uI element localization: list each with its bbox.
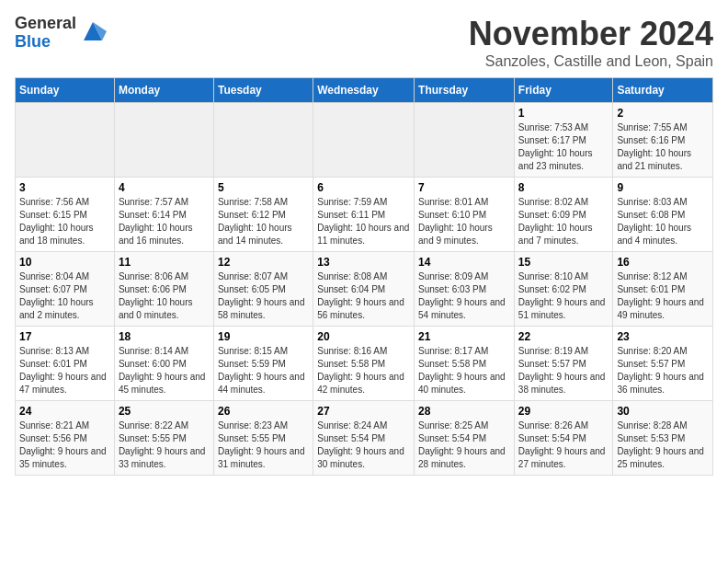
day-info: Sunrise: 8:01 AM Sunset: 6:10 PM Dayligh…: [418, 196, 510, 247]
day-number: 11: [119, 256, 210, 269]
day-info: Sunrise: 8:24 AM Sunset: 5:54 PM Dayligh…: [317, 419, 410, 471]
week-row-3: 10Sunrise: 8:04 AM Sunset: 6:07 PM Dayli…: [16, 252, 713, 327]
calendar-cell: 17Sunrise: 8:13 AM Sunset: 6:01 PM Dayli…: [16, 327, 115, 401]
location-title: Sanzoles, Castille and Leon, Spain: [469, 53, 713, 70]
day-info: Sunrise: 8:21 AM Sunset: 5:56 PM Dayligh…: [19, 419, 110, 471]
day-info: Sunrise: 7:56 AM Sunset: 6:15 PM Dayligh…: [19, 196, 110, 247]
day-number: 30: [617, 405, 709, 418]
calendar-cell: 10Sunrise: 8:04 AM Sunset: 6:07 PM Dayli…: [16, 252, 115, 327]
day-number: 3: [19, 181, 110, 194]
day-number: 5: [218, 181, 309, 194]
day-info: Sunrise: 8:19 AM Sunset: 5:57 PM Dayligh…: [518, 345, 609, 396]
day-number: 8: [518, 181, 609, 194]
day-info: Sunrise: 8:03 AM Sunset: 6:08 PM Dayligh…: [617, 196, 709, 247]
week-row-4: 17Sunrise: 8:13 AM Sunset: 6:01 PM Dayli…: [16, 327, 713, 401]
day-info: Sunrise: 8:28 AM Sunset: 5:53 PM Dayligh…: [617, 419, 709, 471]
calendar-cell: 24Sunrise: 8:21 AM Sunset: 5:56 PM Dayli…: [16, 401, 115, 476]
week-row-5: 24Sunrise: 8:21 AM Sunset: 5:56 PM Dayli…: [16, 401, 713, 476]
day-number: 23: [617, 330, 709, 343]
calendar-cell: 3Sunrise: 7:56 AM Sunset: 6:15 PM Daylig…: [16, 178, 115, 252]
day-info: Sunrise: 8:12 AM Sunset: 6:01 PM Dayligh…: [617, 270, 709, 322]
day-header-tuesday: Tuesday: [213, 78, 313, 103]
day-info: Sunrise: 8:23 AM Sunset: 5:55 PM Dayligh…: [218, 419, 309, 471]
calendar-body: 1Sunrise: 7:53 AM Sunset: 6:17 PM Daylig…: [16, 103, 713, 476]
day-number: 6: [317, 181, 410, 194]
day-info: Sunrise: 8:17 AM Sunset: 5:58 PM Dayligh…: [418, 345, 510, 396]
week-row-2: 3Sunrise: 7:56 AM Sunset: 6:15 PM Daylig…: [16, 178, 713, 252]
calendar-cell: 8Sunrise: 8:02 AM Sunset: 6:09 PM Daylig…: [514, 178, 613, 252]
calendar-cell: 16Sunrise: 8:12 AM Sunset: 6:01 PM Dayli…: [613, 252, 713, 327]
calendar-cell: 25Sunrise: 8:22 AM Sunset: 5:55 PM Dayli…: [114, 401, 213, 476]
calendar-cell: 23Sunrise: 8:20 AM Sunset: 5:57 PM Dayli…: [613, 327, 713, 401]
day-info: Sunrise: 8:07 AM Sunset: 6:05 PM Dayligh…: [218, 270, 309, 322]
day-info: Sunrise: 8:14 AM Sunset: 6:00 PM Dayligh…: [119, 345, 210, 396]
days-header-row: SundayMondayTuesdayWednesdayThursdayFrid…: [16, 78, 713, 103]
calendar-cell: [16, 103, 115, 178]
day-number: 14: [418, 256, 510, 269]
day-info: Sunrise: 7:59 AM Sunset: 6:11 PM Dayligh…: [317, 196, 410, 247]
day-info: Sunrise: 8:06 AM Sunset: 6:06 PM Dayligh…: [119, 270, 210, 322]
calendar-cell: 12Sunrise: 8:07 AM Sunset: 6:05 PM Dayli…: [213, 252, 313, 327]
day-header-thursday: Thursday: [415, 78, 515, 103]
day-number: 7: [418, 181, 510, 194]
calendar-cell: [313, 103, 415, 178]
day-info: Sunrise: 8:02 AM Sunset: 6:09 PM Dayligh…: [518, 196, 609, 247]
calendar-cell: 18Sunrise: 8:14 AM Sunset: 6:00 PM Dayli…: [114, 327, 213, 401]
day-info: Sunrise: 8:26 AM Sunset: 5:54 PM Dayligh…: [518, 419, 609, 471]
day-info: Sunrise: 7:58 AM Sunset: 6:12 PM Dayligh…: [218, 196, 309, 247]
day-number: 17: [19, 330, 110, 343]
calendar-cell: 11Sunrise: 8:06 AM Sunset: 6:06 PM Dayli…: [114, 252, 213, 327]
calendar-cell: 29Sunrise: 8:26 AM Sunset: 5:54 PM Dayli…: [514, 401, 613, 476]
header: General Blue November 2024 Sanzoles, Cas…: [15, 15, 713, 70]
calendar-cell: 13Sunrise: 8:08 AM Sunset: 6:04 PM Dayli…: [313, 252, 415, 327]
week-row-1: 1Sunrise: 7:53 AM Sunset: 6:17 PM Daylig…: [16, 103, 713, 178]
day-info: Sunrise: 8:04 AM Sunset: 6:07 PM Dayligh…: [19, 270, 110, 322]
calendar-cell: 28Sunrise: 8:25 AM Sunset: 5:54 PM Dayli…: [415, 401, 515, 476]
day-info: Sunrise: 7:55 AM Sunset: 6:16 PM Dayligh…: [617, 121, 709, 173]
day-header-wednesday: Wednesday: [313, 78, 415, 103]
day-number: 2: [617, 107, 709, 120]
logo-blue: Blue: [15, 32, 51, 51]
calendar-cell: 5Sunrise: 7:58 AM Sunset: 6:12 PM Daylig…: [213, 178, 313, 252]
calendar-cell: 22Sunrise: 8:19 AM Sunset: 5:57 PM Dayli…: [514, 327, 613, 401]
day-number: 22: [518, 330, 609, 343]
calendar-cell: 21Sunrise: 8:17 AM Sunset: 5:58 PM Dayli…: [415, 327, 515, 401]
day-header-friday: Friday: [514, 78, 613, 103]
calendar-cell: 2Sunrise: 7:55 AM Sunset: 6:16 PM Daylig…: [613, 103, 713, 178]
month-title: November 2024: [469, 15, 713, 53]
day-number: 20: [317, 330, 410, 343]
day-number: 4: [119, 181, 210, 194]
calendar-cell: 7Sunrise: 8:01 AM Sunset: 6:10 PM Daylig…: [415, 178, 515, 252]
day-number: 16: [617, 256, 709, 269]
logo-general: General Blue: [15, 15, 76, 52]
day-info: Sunrise: 8:16 AM Sunset: 5:58 PM Dayligh…: [317, 345, 410, 396]
day-number: 24: [19, 405, 110, 418]
day-number: 1: [518, 107, 609, 120]
calendar-cell: 15Sunrise: 8:10 AM Sunset: 6:02 PM Dayli…: [514, 252, 613, 327]
calendar-cell: 9Sunrise: 8:03 AM Sunset: 6:08 PM Daylig…: [613, 178, 713, 252]
day-number: 21: [418, 330, 510, 343]
logo-icon: [79, 17, 107, 45]
day-number: 29: [518, 405, 609, 418]
day-number: 18: [119, 330, 210, 343]
day-number: 26: [218, 405, 309, 418]
day-number: 19: [218, 330, 309, 343]
calendar-cell: 20Sunrise: 8:16 AM Sunset: 5:58 PM Dayli…: [313, 327, 415, 401]
calendar-cell: [415, 103, 515, 178]
day-number: 25: [119, 405, 210, 418]
day-info: Sunrise: 8:13 AM Sunset: 6:01 PM Dayligh…: [19, 345, 110, 396]
day-info: Sunrise: 7:53 AM Sunset: 6:17 PM Dayligh…: [518, 121, 609, 173]
day-info: Sunrise: 8:20 AM Sunset: 5:57 PM Dayligh…: [617, 345, 709, 396]
day-number: 28: [418, 405, 510, 418]
day-number: 9: [617, 181, 709, 194]
calendar-cell: 1Sunrise: 7:53 AM Sunset: 6:17 PM Daylig…: [514, 103, 613, 178]
calendar-cell: 26Sunrise: 8:23 AM Sunset: 5:55 PM Dayli…: [213, 401, 313, 476]
calendar-cell: 14Sunrise: 8:09 AM Sunset: 6:03 PM Dayli…: [415, 252, 515, 327]
calendar-cell: 6Sunrise: 7:59 AM Sunset: 6:11 PM Daylig…: [313, 178, 415, 252]
logo: General Blue: [15, 15, 107, 52]
day-info: Sunrise: 8:08 AM Sunset: 6:04 PM Dayligh…: [317, 270, 410, 322]
day-header-monday: Monday: [114, 78, 213, 103]
calendar-cell: 27Sunrise: 8:24 AM Sunset: 5:54 PM Dayli…: [313, 401, 415, 476]
calendar-cell: 30Sunrise: 8:28 AM Sunset: 5:53 PM Dayli…: [613, 401, 713, 476]
day-number: 27: [317, 405, 410, 418]
